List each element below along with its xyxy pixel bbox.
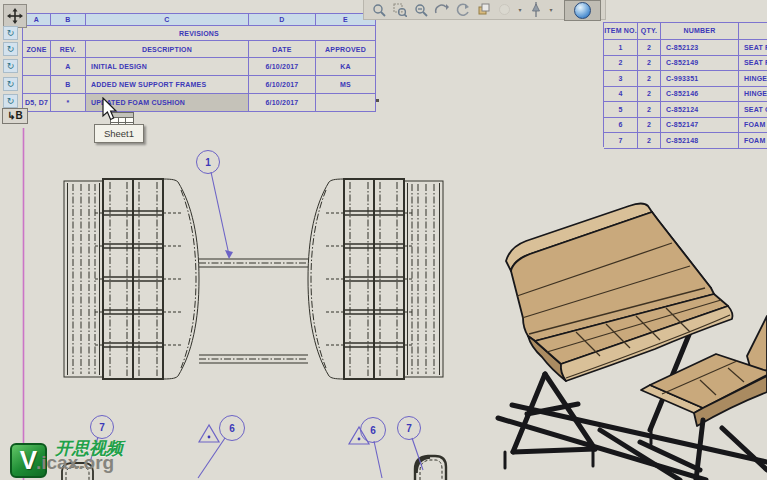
bom-cell-description[interactable]: HINGE- (739, 71, 767, 87)
rev-row-description[interactable]: ADDED NEW SUPPORT FRAMES (86, 76, 249, 94)
table-resize-handle[interactable] (376, 99, 379, 102)
zoom-to-area-icon[interactable] (391, 2, 408, 18)
bom-cell-description[interactable]: SEAT FR (739, 40, 767, 56)
rotate-view-icon[interactable] (433, 2, 450, 18)
table-move-handle[interactable] (3, 4, 27, 28)
row-handle-icon: ↻ (7, 61, 15, 71)
bom-cell-number[interactable]: C-852147 (661, 118, 739, 134)
bom-cell-item[interactable]: 4 (604, 87, 638, 103)
view-orientation-icon[interactable] (527, 2, 544, 18)
bom-cell-number[interactable]: C-852123 (661, 40, 739, 56)
dropdown-caret-icon[interactable]: ▾ (548, 6, 554, 13)
revisions-grid[interactable]: REVISIONS ZONE REV. DESCRIPTION DATE APP… (22, 25, 375, 111)
row-handle[interactable]: ↻ (3, 94, 18, 108)
bom-cell-number[interactable]: C-852148 (661, 133, 739, 149)
bom-header-qty: QTY. (638, 23, 661, 40)
bom-cell-number[interactable]: C-852146 (661, 87, 739, 103)
sheet-tooltip-label: Sheet1 (104, 128, 134, 139)
leader-arrowhead (225, 250, 233, 259)
watermark-site: .icax.org (36, 452, 114, 474)
bom-cell-number[interactable]: C-852124 (661, 102, 739, 118)
balloon-label: 7 (99, 422, 105, 433)
rev-row-description[interactable]: INITIAL DESIGN (86, 58, 249, 76)
watermark-logo-letter: V (20, 445, 37, 475)
balloon-item-7-right[interactable]: 7 (397, 416, 421, 440)
bom-header-item-no: ITEM NO. (604, 23, 638, 40)
move-arrows-icon (7, 8, 23, 24)
bom-cell-number[interactable]: C-993351 (661, 71, 739, 87)
bom-cell-description[interactable]: SEAT C (739, 102, 767, 118)
row-handle[interactable]: ↻ (3, 77, 18, 91)
table-anchor-button[interactable]: ↳B (2, 108, 28, 124)
balloon-item-1[interactable]: 1 (196, 150, 220, 174)
hidden-lines-icon[interactable] (496, 2, 513, 18)
bom-cell-description[interactable]: FOAM (739, 118, 767, 134)
row-handle-icon: ↻ (7, 96, 15, 106)
rev-row-approved[interactable]: MS (316, 76, 376, 94)
bom-cell-qty[interactable]: 2 (638, 118, 661, 134)
bom-cell-qty[interactable]: 2 (638, 133, 661, 149)
zoom-in-out-icon[interactable] (412, 2, 429, 18)
col-header-date: DATE (249, 41, 316, 58)
pan-view-icon[interactable] (475, 2, 492, 18)
bom-cell-description[interactable]: SEAT FR (739, 56, 767, 72)
bom-cell-qty[interactable]: 2 (638, 102, 661, 118)
bom-header-number: NUMBER (661, 23, 739, 40)
bom-cell-item[interactable]: 5 (604, 102, 638, 118)
rev-row-date[interactable]: 6/10/2017 (249, 58, 316, 76)
balloon-item-6-left[interactable]: 6 (219, 415, 245, 441)
bom-cell-qty[interactable]: 2 (638, 40, 661, 56)
bom-cell-description[interactable]: FOAM (739, 133, 767, 149)
rev-row-approved[interactable] (316, 94, 376, 112)
rev-row-zone[interactable] (23, 76, 51, 94)
rev-row-date[interactable]: 6/10/2017 (249, 76, 316, 94)
rev-row-rev[interactable]: * (51, 94, 86, 112)
row-handle[interactable]: ↻ (3, 42, 18, 56)
sheet-tooltip: Sheet1 (94, 124, 144, 143)
revisions-title: REVISIONS (23, 26, 376, 41)
front-view-linework[interactable] (64, 179, 443, 379)
row-handle[interactable]: ↻ (3, 59, 18, 73)
bom-cell-qty[interactable]: 2 (638, 56, 661, 72)
bom-header-description (739, 23, 767, 40)
col-header-rev: REV. (51, 41, 86, 58)
bom-cell-item[interactable]: 6 (604, 118, 638, 134)
col-header-approved: APPROVED (316, 41, 376, 58)
bom-cell-item[interactable]: 3 (604, 71, 638, 87)
bom-cell-item[interactable]: 2 (604, 56, 638, 72)
shaded-with-edges-button[interactable] (564, 0, 601, 21)
row-handle-icon: ↻ (7, 28, 15, 38)
bom-cell-qty[interactable]: 2 (638, 71, 661, 87)
dropdown-caret-icon[interactable]: ▾ (517, 6, 523, 13)
balloon-item-7-left[interactable]: 7 (90, 415, 114, 439)
bom-cell-description[interactable]: HINGE- (739, 87, 767, 103)
rev-row-zone[interactable] (23, 58, 51, 76)
solidworks-drawing-sheet: { "window": { "tooltip": "Sheet1" }, "to… (0, 0, 767, 480)
roll-view-icon[interactable] (454, 2, 471, 18)
row-handle-icon: ↻ (7, 79, 15, 89)
rev-row-date[interactable]: 6/10/2017 (249, 94, 316, 112)
rev-row-rev[interactable]: A (51, 58, 86, 76)
balloon-item-6-right[interactable]: 6 (360, 417, 386, 443)
bench-3d-view[interactable] (498, 204, 767, 480)
bom-cell-qty[interactable]: 2 (638, 87, 661, 103)
shaded-sphere-icon (574, 2, 591, 19)
balloon-label: 6 (370, 425, 376, 436)
balloon-label: 1 (205, 157, 211, 168)
balloon-label: 7 (406, 423, 412, 434)
rev-row-rev[interactable]: B (51, 76, 86, 94)
rev-row-approved[interactable]: KA (316, 58, 376, 76)
bom-cell-item[interactable]: 7 (604, 133, 638, 149)
column-letter-strip: A B C D E (22, 13, 375, 25)
mouse-cursor-icon (101, 97, 119, 121)
col-header-description: DESCRIPTION (86, 41, 249, 58)
bom-cell-item[interactable]: 1 (604, 40, 638, 56)
balloon-label: 6 (229, 423, 235, 434)
row-handle-icon: ↻ (7, 44, 15, 54)
col-header-zone: ZONE (23, 41, 51, 58)
bom-cell-number[interactable]: C-852149 (661, 56, 739, 72)
row-handle[interactable]: ↻ (3, 26, 18, 40)
zoom-to-fit-icon[interactable] (370, 2, 387, 18)
